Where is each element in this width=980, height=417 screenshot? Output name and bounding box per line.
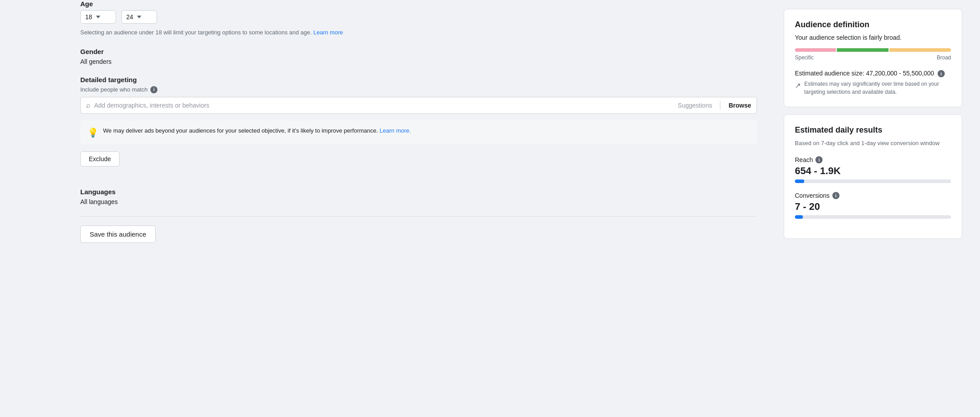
age-label: Age	[80, 0, 757, 8]
browse-button[interactable]: Browse	[728, 102, 751, 109]
age-note: Selecting an audience under 18 will limi…	[80, 28, 757, 37]
exclude-button[interactable]: Exclude	[80, 151, 120, 167]
conversions-bar	[795, 215, 951, 219]
targeting-search-placeholder[interactable]: Add demographics, interests or behaviors	[94, 102, 674, 109]
reach-info-icon[interactable]: i	[815, 156, 823, 163]
delivery-info-text: We may deliver ads beyond your audiences…	[103, 126, 411, 135]
save-audience-button[interactable]: Save this audience	[80, 225, 156, 243]
reach-label: Reach	[795, 156, 813, 163]
audience-definition-subtitle: Your audience selection is fairly broad.	[795, 34, 951, 41]
estimates-note-text: Estimates may vary significantly over ti…	[804, 80, 951, 96]
age-min-value: 18	[85, 13, 92, 21]
search-icon: ⌕	[86, 101, 91, 109]
estimated-daily-results-card: Estimated daily results Based on 7-day c…	[784, 114, 962, 239]
age-row: 18 24	[80, 10, 757, 24]
languages-section: Languages All languages	[80, 188, 757, 205]
reach-bar	[795, 179, 951, 183]
audience-definition-title: Audience definition	[795, 20, 951, 29]
age-section: Age 18 24 Selecting an audience under 18…	[80, 0, 757, 37]
delivery-learn-more-link[interactable]: Learn more.	[380, 127, 411, 134]
section-divider	[80, 216, 757, 217]
estimated-results-subtitle: Based on 7-day click and 1-day view conv…	[795, 139, 951, 147]
age-max-value: 24	[126, 13, 133, 21]
right-panel: Audience definition Your audience select…	[775, 0, 980, 417]
include-info-icon[interactable]: i	[150, 86, 157, 93]
meter-label-specific: Specific	[795, 54, 814, 61]
meter-segment-pink	[795, 48, 836, 52]
include-label-text: Include people who match	[80, 86, 148, 93]
search-divider	[720, 101, 720, 110]
targeting-search-box[interactable]: ⌕ Add demographics, interests or behavio…	[80, 97, 757, 114]
age-min-select[interactable]: 18	[80, 10, 116, 24]
detailed-targeting-label: Detailed targeting	[80, 76, 757, 83]
meter-segment-green	[837, 48, 888, 52]
languages-value: All languages	[80, 198, 757, 205]
audience-meter-bar	[795, 48, 951, 52]
conversions-bar-fill	[795, 215, 803, 219]
gender-value: All genders	[80, 58, 757, 65]
lightbulb-icon: 💡	[87, 127, 99, 138]
conversions-label: Conversions	[795, 192, 830, 199]
languages-label: Languages	[80, 188, 757, 196]
meter-segment-yellow	[889, 48, 951, 52]
audience-size-text: Estimated audience size: 47,200,000 - 55…	[795, 70, 951, 77]
conversions-info-icon[interactable]: i	[832, 192, 839, 199]
suggestions-label: Suggestions	[678, 102, 712, 109]
estimates-note: ↗ Estimates may vary significantly over …	[795, 80, 951, 96]
gender-label: Gender	[80, 48, 757, 55]
conversions-label-row: Conversions i	[795, 192, 951, 199]
estimated-results-title: Estimated daily results	[795, 125, 951, 135]
age-min-chevron-icon	[96, 16, 100, 18]
age-max-chevron-icon	[137, 16, 141, 18]
trend-icon: ↗	[795, 80, 801, 91]
reach-bar-fill	[795, 179, 804, 183]
reach-label-row: Reach i	[795, 156, 951, 163]
age-max-select[interactable]: 24	[121, 10, 157, 24]
conversions-value: 7 - 20	[795, 201, 951, 213]
meter-label-broad: Broad	[937, 54, 951, 61]
gender-section: Gender All genders	[80, 48, 757, 65]
include-label-row: Include people who match i	[80, 86, 757, 93]
audience-definition-card: Audience definition Your audience select…	[784, 9, 962, 107]
meter-labels: Specific Broad	[795, 54, 951, 61]
audience-size-info-icon[interactable]: i	[938, 70, 945, 77]
reach-value: 654 - 1.9K	[795, 165, 951, 177]
delivery-info-box: 💡 We may deliver ads beyond your audienc…	[80, 120, 757, 144]
age-learn-more-link[interactable]: Learn more	[314, 29, 343, 36]
detailed-targeting-section: Detailed targeting Include people who ma…	[80, 76, 757, 177]
